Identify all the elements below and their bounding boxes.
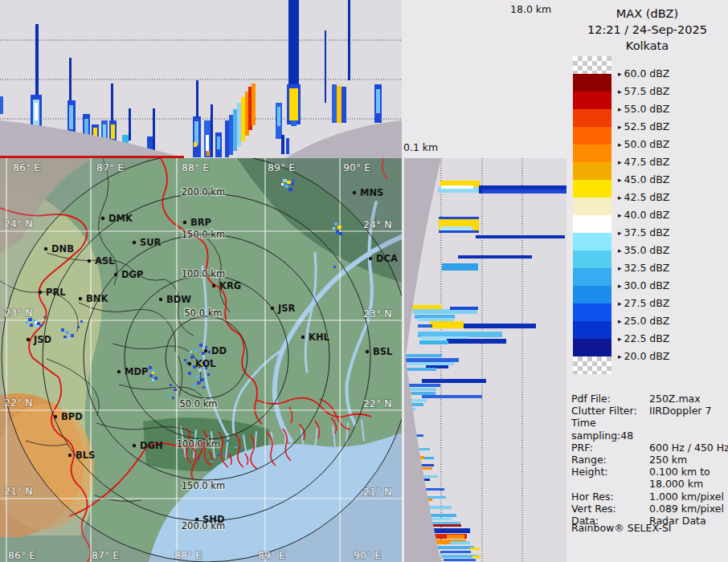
echo-pixel (198, 458, 200, 459)
echo-bar (291, 120, 297, 126)
city-label: JSD (33, 334, 51, 345)
echo-bar (288, 0, 299, 88)
station-name: Kolkata (566, 38, 728, 54)
city-label: PRL (46, 287, 66, 298)
echo-bar (225, 120, 229, 157)
range-ring-label: 150.0 km (182, 480, 225, 491)
scale-block (573, 145, 611, 162)
geo-grid-label: 88° E (182, 161, 209, 173)
geo-grid-label: 86° E (8, 549, 35, 561)
city-label: KRG (219, 280, 241, 291)
echo-bar (430, 321, 464, 328)
min-height-axis-label: 0.1 km (403, 141, 438, 153)
echo-bar (404, 358, 459, 362)
echo-pixel (197, 381, 200, 385)
echo-bar (444, 559, 476, 561)
echo-pixel (192, 385, 194, 387)
scale-label: ▸35.0 dBZ (618, 244, 669, 256)
echo-pixel (80, 320, 83, 323)
tick-arrow-icon: ▸ (618, 317, 622, 325)
scale-label: ▸27.5 dBZ (618, 297, 669, 309)
info-row: Clutter Filter:IIRDoppler 7 (571, 405, 726, 417)
city-dot (101, 217, 104, 220)
echo-pixel (63, 336, 67, 338)
info-row: Pdf File:250Z.max (571, 393, 726, 405)
echo-bar (35, 103, 38, 120)
range-ring-label: 100.0 km (177, 438, 220, 450)
scale-block (573, 268, 611, 286)
echo-pixel (172, 397, 174, 399)
info-value: 250Z.max (649, 393, 726, 405)
echo-pixel (227, 440, 229, 442)
info-row: Range:250 km (571, 454, 726, 466)
echo-bar (194, 142, 197, 147)
info-label: Clutter Filter: (571, 405, 649, 417)
tick-arrow-icon: ▸ (618, 299, 622, 307)
echo-pixel (35, 325, 39, 328)
tick-arrow-icon: ▸ (618, 352, 622, 360)
echo-pixel (284, 185, 288, 188)
color-scale-blocks (573, 56, 611, 374)
scale-block (573, 162, 611, 180)
info-label: PRF: (571, 442, 649, 454)
echo-bar (376, 89, 380, 113)
echo-pixel (194, 349, 198, 352)
tick-arrow-icon: ▸ (618, 264, 622, 272)
city-label: JSR (277, 303, 296, 314)
range-ring-label: 50.0 km (184, 307, 222, 319)
echo-bar (428, 522, 460, 524)
city-dot (133, 444, 136, 447)
top-height-profile-panel (0, 0, 402, 158)
echo-bar (194, 121, 198, 145)
echo-bar (450, 541, 470, 544)
scale-label: ▸55.0 dBZ (618, 103, 669, 115)
city-label: MDP (125, 366, 148, 377)
geo-grid-label: 24° N (4, 218, 32, 230)
echo-pixel (174, 389, 177, 391)
info-label: Height: (571, 466, 649, 478)
echo-bar (439, 217, 479, 219)
tick-arrow-icon: ▸ (618, 193, 622, 202)
tick-arrow-icon: ▸ (618, 282, 622, 290)
geo-grid-label: 23° N (4, 307, 32, 319)
echo-pixel (292, 179, 295, 181)
scale-label: ▸22.5 dBZ (618, 332, 669, 344)
echo-pixel (217, 454, 219, 456)
city-dot (68, 454, 72, 457)
city-label: SHD (202, 514, 224, 525)
echo-bar (411, 392, 436, 395)
echo-bar (440, 226, 472, 230)
scale-label: ▸32.5 dBZ (618, 262, 669, 274)
echo-pixel (68, 338, 71, 340)
city-dot (88, 259, 91, 263)
city-label: BPD (61, 411, 83, 422)
echo-pixel (199, 344, 202, 347)
echo-bar (233, 109, 237, 151)
geo-grid-label: 22° N (363, 397, 391, 409)
city-label: DD (211, 345, 227, 356)
echo-pixel (184, 359, 186, 361)
geo-grid-label: 21° N (4, 485, 32, 497)
city-label: DNB (51, 243, 74, 255)
info-label: Vert Res: (571, 503, 649, 515)
echo-bar (418, 318, 454, 321)
echo-pixel (208, 351, 211, 353)
echo-pixel (77, 326, 80, 328)
echo-bar (458, 255, 532, 259)
tick-arrow-icon: ▸ (618, 70, 622, 78)
echo-pixel (149, 374, 153, 377)
echo-bar (418, 332, 502, 337)
echo-bar (129, 108, 131, 140)
top-profile-plot (0, 0, 402, 158)
echo-pixel (334, 222, 337, 226)
info-row: PRF:600 Hz / 450 Hz (571, 442, 726, 454)
echo-pixel (283, 179, 287, 182)
tick-arrow-icon: ▸ (618, 335, 622, 343)
echo-bar (440, 551, 471, 553)
info-value: 18.000 km (649, 478, 726, 490)
echo-bar (69, 105, 73, 129)
echo-bar (472, 556, 481, 558)
tick-arrow-icon: ▸ (618, 105, 622, 113)
scale-label: ▸42.5 dBZ (618, 191, 669, 203)
echo-bar (434, 528, 470, 533)
